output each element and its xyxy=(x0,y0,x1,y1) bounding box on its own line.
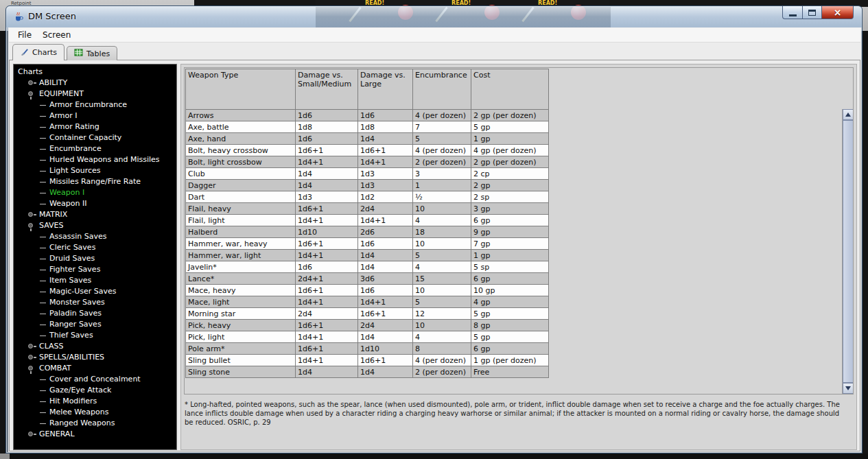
expand-handle-icon[interactable] xyxy=(27,431,36,438)
tree-item-hit-modifiers[interactable]: Hit Modifiers xyxy=(14,396,176,407)
tree-branch-line xyxy=(40,105,46,106)
tree-item-encumbrance[interactable]: Encumbrance xyxy=(14,143,176,154)
tree-item-monster-saves[interactable]: Monster Saves xyxy=(14,297,176,308)
table-cell: 1d4+1 xyxy=(296,156,358,168)
tree-item-matrix[interactable]: MATRIX xyxy=(14,209,176,220)
tree-item-class[interactable]: CLASS xyxy=(14,341,176,352)
tree-item-armor-encumbrance[interactable]: Armor Encumbrance xyxy=(14,99,176,110)
table-cell: Hammer, war, heavy xyxy=(186,238,296,250)
table-row[interactable]: Morning star2d41d6+1125 gp xyxy=(186,308,549,320)
tree-item-equipment[interactable]: EQUIPMENT xyxy=(14,89,176,99)
tree-item-cleric-saves[interactable]: Cleric Saves xyxy=(14,242,176,253)
tree-branch-line xyxy=(40,314,46,314)
minimize-button[interactable] xyxy=(782,6,803,19)
collapse-handle-icon[interactable] xyxy=(27,222,36,230)
table-row[interactable]: Hammer, war, light1d4+11d451 gp xyxy=(186,250,549,261)
tree-branch-line xyxy=(40,237,46,237)
table-row[interactable]: Dart1d31d2½2 sp xyxy=(186,191,549,203)
tree-item-container-capacity[interactable]: Container Capacity xyxy=(14,132,176,143)
tree-item-label: Fighter Saves xyxy=(49,264,100,275)
table-row[interactable]: Arrows1d61d64 (per dozen)2 gp (per dozen… xyxy=(186,110,549,121)
tree-item-cover-and-concealment[interactable]: Cover and Concealment xyxy=(14,374,176,385)
table-cell: 2 (per dozen) xyxy=(413,156,471,168)
column-header-damage-vs-small-medium[interactable]: Damage vs. Small/Medium xyxy=(296,69,358,110)
table-row[interactable]: Mace, light1d4+11d4+154 gp xyxy=(186,296,549,308)
close-button[interactable]: × xyxy=(822,6,854,19)
expand-handle-icon[interactable] xyxy=(27,211,36,219)
table-row[interactable]: Pick, light1d4+11d445 gp xyxy=(186,331,549,343)
table-row[interactable]: Halberd1d102d6189 gp xyxy=(186,226,549,238)
table-row[interactable]: Dagger1d41d312 gp xyxy=(186,180,549,191)
tree-item-ability[interactable]: ABILITY xyxy=(14,78,176,89)
tree-item-melee-weapons[interactable]: Melee Weapons xyxy=(14,407,176,418)
table-cell: 4 gp xyxy=(471,296,549,308)
scroll-up-button[interactable] xyxy=(843,109,854,120)
menu-file[interactable]: File xyxy=(12,29,37,41)
table-row[interactable]: Javelin*1d61d445 sp xyxy=(186,261,549,273)
tree-item-thief-saves[interactable]: Thief Saves xyxy=(14,330,176,341)
table-row[interactable]: Lance*2d4+13d6156 gp xyxy=(186,273,549,285)
table-row[interactable]: Bolt, heavy crossbow1d6+11d6+14 (per doz… xyxy=(186,145,549,156)
table-cell: Bolt, light crossbow xyxy=(186,156,296,168)
scroll-down-button[interactable] xyxy=(843,383,854,394)
tab-charts[interactable]: Charts xyxy=(12,44,64,60)
table-row[interactable]: Pole arm*1d6+11d1086 gp xyxy=(186,343,549,355)
tree-root-charts[interactable]: Charts xyxy=(14,67,176,78)
table-row[interactable]: Pick, heavy1d6+12d4108 gp xyxy=(186,320,549,331)
collapse-handle-icon[interactable] xyxy=(27,365,36,373)
table-row[interactable]: Club1d41d332 cp xyxy=(186,168,549,180)
tree-item-fighter-saves[interactable]: Fighter Saves xyxy=(14,264,176,275)
expand-handle-icon[interactable] xyxy=(27,354,36,362)
tree-item-saves[interactable]: SAVES xyxy=(14,220,176,231)
table-cell: 15 xyxy=(413,273,471,285)
vertical-scrollbar[interactable] xyxy=(842,109,853,394)
tree-item-magic-user-saves[interactable]: Magic-User Saves xyxy=(14,286,176,297)
collapse-handle-icon[interactable] xyxy=(27,91,36,98)
tab-tables[interactable]: Tables xyxy=(67,46,117,60)
tree-item-combat[interactable]: COMBAT xyxy=(14,363,176,374)
table-row[interactable]: Hammer, war, heavy1d6+11d6107 gp xyxy=(186,238,549,250)
tree-item-item-saves[interactable]: Item Saves xyxy=(14,275,176,286)
table-row[interactable]: Axe, hand1d61d451 gp xyxy=(186,133,549,145)
table-row[interactable]: Sling bullet1d4+11d6+14 (per dozen)1 gp … xyxy=(186,355,549,366)
tree-item-general[interactable]: GENERAL xyxy=(14,429,176,440)
tree-item-gaze-eye-attack[interactable]: Gaze/Eye Attack xyxy=(14,385,176,396)
scrollbar-thumb[interactable] xyxy=(843,120,854,383)
window-title: DM Screen xyxy=(28,11,76,21)
tree-item-weapon-ii[interactable]: Weapon II xyxy=(14,198,176,209)
tree-item-light-sources[interactable]: Light Sources xyxy=(14,165,176,176)
tree-item-ranger-saves[interactable]: Ranger Saves xyxy=(14,319,176,330)
maximize-button[interactable] xyxy=(803,6,822,19)
title-bar[interactable]: DM Screen × xyxy=(6,6,862,27)
tree-item-ranged-weapons[interactable]: Ranged Weapons xyxy=(14,418,176,429)
tree-item-armor-rating[interactable]: Armor Rating xyxy=(14,121,176,132)
tree-item-spells-abilities[interactable]: SPELLS/ABILITIES xyxy=(14,352,176,363)
table-row[interactable]: Axe, battle1d81d875 gp xyxy=(186,121,549,133)
column-header-encumbrance[interactable]: Encumbrance xyxy=(413,69,471,110)
column-header-weapon-type[interactable]: Weapon Type xyxy=(186,69,296,110)
window-controls: × xyxy=(782,6,854,19)
table-cell: 4 xyxy=(413,215,471,226)
tree-item-paladin-saves[interactable]: Paladin Saves xyxy=(14,308,176,319)
table-cell: 10 xyxy=(413,203,471,215)
expand-handle-icon[interactable] xyxy=(27,343,36,351)
menu-screen[interactable]: Screen xyxy=(37,29,76,41)
table-row[interactable]: Flail, heavy1d6+12d4103 gp xyxy=(186,203,549,215)
arrow-down-icon xyxy=(845,386,851,390)
table-row[interactable]: Sling stone1d41d42 (per dozen)Free xyxy=(186,366,549,378)
tree-item-hurled-weapons-and-missiles[interactable]: Hurled Weapons and Missiles xyxy=(14,154,176,165)
column-header-damage-vs-large[interactable]: Damage vs. Large xyxy=(358,69,413,110)
table-row[interactable]: Mace, heavy1d6+11d61010 gp xyxy=(186,285,549,296)
tree-item-assassin-saves[interactable]: Assassin Saves xyxy=(14,231,176,242)
brush-icon xyxy=(20,47,29,58)
table-row[interactable]: Bolt, light crossbow1d4+11d4+12 (per doz… xyxy=(186,156,549,168)
column-header-cost[interactable]: Cost xyxy=(471,69,549,110)
tree-item-armor-i[interactable]: Armor I xyxy=(14,110,176,121)
table-row[interactable]: Flail, light1d4+11d4+146 gp xyxy=(186,215,549,226)
tree-item-druid-saves[interactable]: Druid Saves xyxy=(14,253,176,264)
table-cell: 1d2 xyxy=(358,191,413,203)
tree-item-missiles-range-fire-rate[interactable]: Missiles Range/Fire Rate xyxy=(14,176,176,187)
expand-handle-icon[interactable] xyxy=(27,80,36,87)
table-cell: 1d4 xyxy=(358,133,413,145)
tree-item-weapon-i[interactable]: Weapon I xyxy=(14,187,176,198)
